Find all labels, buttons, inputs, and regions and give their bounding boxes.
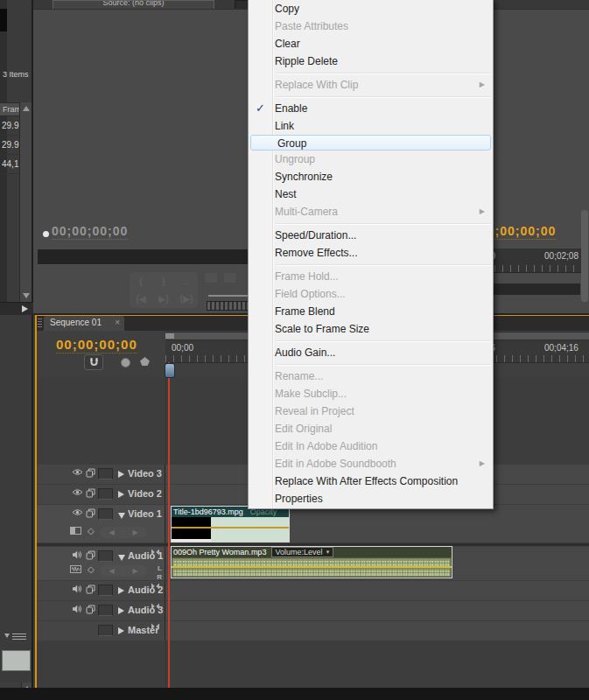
set-unnumbered-marker-icon[interactable]: [140, 357, 150, 366]
track-lock-icon[interactable]: [86, 508, 95, 518]
sync-lock-box[interactable]: [98, 488, 113, 500]
menu-item-remove-effects[interactable]: Remove Effects...: [249, 244, 493, 262]
scroll-up-icon[interactable]: [23, 106, 30, 111]
expand-collapse-icon[interactable]: [118, 471, 124, 478]
menu-item-label: Enable: [275, 100, 307, 117]
add-keyframe-icon[interactable]: ◇: [88, 565, 95, 574]
menu-item-link[interactable]: Link: [249, 117, 493, 135]
sync-lock-box[interactable]: [98, 508, 113, 520]
menu-item-label: Ripple Delete: [275, 52, 338, 70]
audio-clip[interactable]: 009Oh Pretty Woman.mp3 Volume:Level ▼: [171, 546, 452, 578]
sync-lock-box[interactable]: [98, 605, 113, 616]
menu-item-replace-with-after-effects-composition[interactable]: Replace With After Effects Composition: [249, 472, 493, 490]
source-timecode[interactable]: 00;00;00;00: [52, 224, 128, 240]
menu-item-clear[interactable]: Clear: [249, 35, 493, 52]
expand-collapse-icon[interactable]: [118, 511, 125, 519]
display-style-icon[interactable]: [70, 527, 81, 535]
tab-close-icon[interactable]: ×: [115, 316, 120, 330]
add-keyframe-icon[interactable]: ◇: [88, 527, 95, 536]
snap-button[interactable]: [84, 354, 103, 370]
waveform-right-channel: [172, 568, 451, 577]
step-back-button[interactable]: [205, 273, 217, 283]
sync-lock-box[interactable]: [98, 550, 113, 562]
tab-source-monitor[interactable]: Source: (no clips): [53, 0, 214, 9]
transport-button[interactable]: {: [139, 276, 143, 286]
toggle-track-output-speaker-icon[interactable]: [72, 550, 83, 559]
menu-item-copy[interactable]: Copy: [249, 0, 493, 18]
panel-swatch[interactable]: [2, 650, 31, 671]
tab-sequence-01[interactable]: Sequence 01 ×: [44, 316, 124, 331]
opacity-rubber-band[interactable]: [172, 527, 289, 528]
toggle-track-output-speaker-icon[interactable]: [72, 584, 83, 593]
transport-button[interactable]: ⌂: [184, 276, 189, 286]
menu-item-speed-duration[interactable]: Speed/Duration...: [249, 227, 493, 244]
menu-item-nest[interactable]: Nest: [249, 186, 493, 203]
ruler-tick-label: 00;04;16: [544, 343, 578, 353]
track-lane-master[interactable]: [165, 621, 589, 640]
expand-collapse-icon[interactable]: [118, 491, 124, 498]
playhead-marker[interactable]: [165, 363, 175, 378]
track-lane-audio-3[interactable]: [165, 601, 589, 620]
toggle-track-output-eye-icon[interactable]: [72, 468, 83, 476]
next-keyframe-icon[interactable]: ▶: [132, 567, 137, 575]
track-lock-icon[interactable]: [86, 550, 95, 560]
project-row[interactable]: 29.9: [0, 116, 19, 136]
sync-lock-box[interactable]: [98, 625, 113, 636]
expand-collapse-icon[interactable]: [118, 627, 124, 634]
waveform-style-icon[interactable]: [70, 565, 81, 573]
volume-rubber-band[interactable]: [172, 566, 452, 568]
transport-button[interactable]: ▶}: [158, 294, 169, 304]
menu-item-ripple-delete[interactable]: Ripple Delete: [249, 52, 493, 70]
menu-item-enable[interactable]: ✓Enable: [249, 100, 493, 117]
timeline-timecode[interactable]: 00;00;00;00: [56, 337, 137, 354]
project-column-header-frame-rate[interactable]: Fram: [0, 102, 19, 116]
track-lock-icon[interactable]: [86, 584, 95, 594]
prev-keyframe-icon[interactable]: ◀: [109, 528, 114, 536]
project-row[interactable]: 29.9: [0, 136, 19, 155]
keyframe-toggle-icon[interactable]: [151, 623, 160, 630]
toggle-track-output-speaker-icon[interactable]: [72, 605, 83, 613]
scroll-right-icon[interactable]: [22, 305, 28, 312]
menu-item-audio-gain[interactable]: Audio Gain...: [249, 344, 493, 361]
project-row[interactable]: 44,1: [0, 155, 19, 174]
toggle-track-output-eye-icon[interactable]: [72, 488, 83, 496]
project-horizontal-scrollbar[interactable]: [0, 302, 33, 315]
set-encore-marker-icon[interactable]: [121, 358, 130, 368]
prev-keyframe-icon[interactable]: ◀: [109, 567, 114, 575]
shuttle-slider[interactable]: [208, 295, 248, 297]
playhead-line[interactable]: [168, 362, 170, 688]
toggle-track-output-eye-icon[interactable]: [72, 508, 83, 516]
effect-controls-scrollbar[interactable]: [581, 210, 588, 302]
track-lock-icon[interactable]: [86, 468, 95, 478]
expand-collapse-icon[interactable]: [118, 607, 124, 614]
panel-menu-icon[interactable]: [4, 634, 10, 638]
menu-item-frame-blend[interactable]: Frame Blend: [249, 303, 493, 320]
sync-lock-box[interactable]: [98, 468, 113, 480]
expand-collapse-icon[interactable]: [118, 553, 125, 561]
menu-item-synchronize[interactable]: Synchronize: [249, 168, 493, 186]
sync-lock-box[interactable]: [98, 584, 113, 596]
transport-button[interactable]: {▶}: [179, 294, 193, 304]
panel-grip-icon[interactable]: [38, 318, 42, 328]
transport-button[interactable]: }: [162, 276, 165, 286]
scroll-down-icon[interactable]: [23, 293, 30, 298]
step-forward-button[interactable]: [224, 273, 236, 283]
keyframe-toggle-icon[interactable]: [151, 603, 160, 610]
work-area-start-handle[interactable]: [165, 333, 174, 339]
next-keyframe-icon[interactable]: ▶: [132, 528, 137, 536]
keyframe-toggle-icon[interactable]: [151, 549, 160, 556]
video-clip[interactable]: Title-1bd96793.mpg Opacity: [171, 506, 290, 542]
track-lock-icon[interactable]: [86, 605, 95, 614]
project-vertical-scrollbar[interactable]: [19, 102, 32, 302]
jog-wheel[interactable]: [207, 301, 254, 311]
track-lane-audio-2[interactable]: [165, 581, 589, 600]
menu-item-group[interactable]: Group: [250, 135, 491, 150]
panel-menu-lines-icon[interactable]: [12, 634, 26, 640]
menu-item-scale-to-frame-size[interactable]: Scale to Frame Size: [249, 320, 493, 338]
track-lock-icon[interactable]: [86, 488, 95, 498]
volume-level-dropdown[interactable]: Volume:Level ▼: [271, 547, 333, 557]
menu-item-properties[interactable]: Properties: [249, 490, 493, 508]
expand-collapse-icon[interactable]: [118, 587, 124, 594]
keyframe-toggle-icon[interactable]: [151, 583, 160, 590]
transport-button[interactable]: {◀: [136, 294, 146, 304]
